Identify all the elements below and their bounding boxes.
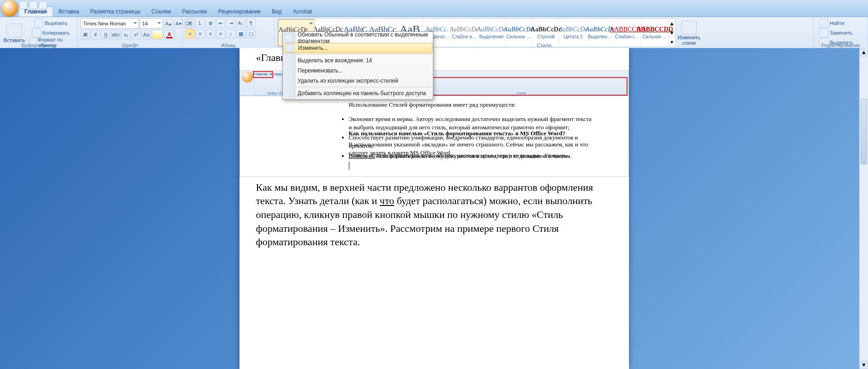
qat-save-icon[interactable] <box>19 1 28 9</box>
scroll-thumb[interactable] <box>861 99 867 164</box>
bullets-button[interactable]: • <box>186 18 195 28</box>
ribbon-tabs: ГлавнаяВставкаРазметка страницыСсылкиРас… <box>0 6 868 17</box>
group-label-paragraph: Абзац <box>183 42 274 48</box>
font-name-select[interactable]: Times New Roman <box>81 18 139 29</box>
qat-redo-icon[interactable] <box>39 1 47 9</box>
shading-button[interactable]: ▦ <box>236 29 245 38</box>
copy-button[interactable]: Копировать <box>27 28 75 37</box>
document-area: «Главная». Главная Вставка Разметка стра… <box>0 48 868 369</box>
update-icon <box>285 34 293 42</box>
style-item[interactable]: AABBCCDDСильная с… <box>641 19 669 46</box>
replace-icon <box>819 28 828 37</box>
bold-button[interactable]: Ж <box>81 30 90 39</box>
cut-button[interactable]: Вырезать <box>27 18 75 28</box>
ctx-add-qat[interactable]: Добавить коллекцию на панель быстрого до… <box>283 88 433 98</box>
tab-вид[interactable]: Вид <box>266 7 287 17</box>
tab-ссылки[interactable]: Ссылки <box>146 7 176 17</box>
line-spacing-button[interactable]: ↕ <box>226 29 235 38</box>
scroll-down-button[interactable]: ▼ <box>860 361 868 369</box>
group-label-font: Шрифт <box>78 42 182 48</box>
multilevel-button[interactable]: ≣ <box>206 18 215 28</box>
subscript-button[interactable]: x₂ <box>121 30 131 39</box>
paste-icon <box>6 24 22 37</box>
align-left-button[interactable]: ≡ <box>186 29 195 38</box>
styles-icon <box>681 21 697 35</box>
find-icon <box>819 18 828 28</box>
change-case-button[interactable]: Aa <box>142 30 151 39</box>
style-context-menu: Обновить Обычный в соответствии с выделе… <box>282 31 433 100</box>
italic-button[interactable]: К <box>91 30 100 39</box>
style-item[interactable]: AaBbCcDcСлабое в… <box>451 19 478 46</box>
highlight-button[interactable] <box>152 30 163 39</box>
style-item[interactable]: AaBbCcDcСильное … <box>505 19 533 46</box>
superscript-button[interactable]: x² <box>132 30 141 39</box>
gallery-arrow[interactable]: ▼ <box>669 28 675 37</box>
font-size-select[interactable]: 14 <box>140 18 163 29</box>
style-item[interactable]: AaBbCcDcЦитата 2 <box>560 19 587 46</box>
ctx-rename[interactable]: Переименовать... <box>283 66 433 76</box>
group-label-editing: Редактирование <box>814 42 868 48</box>
strike-button[interactable]: abc <box>111 30 120 39</box>
ctx-select-all[interactable]: Выделить все вхождения: 14 <box>283 55 433 66</box>
font-color-button[interactable]: A <box>164 30 175 39</box>
style-item[interactable]: AaBbCcDcВыделение <box>478 19 505 46</box>
grow-font-button[interactable]: A▴ <box>164 19 173 28</box>
tab-рассылки[interactable]: Рассылки <box>177 7 213 17</box>
vertical-scrollbar[interactable]: ▲ ▼ <box>859 48 868 369</box>
replace-button[interactable]: Заменить <box>817 28 855 37</box>
underline-button[interactable]: Ч <box>101 30 110 39</box>
copy-icon <box>32 28 41 37</box>
gallery-arrow[interactable]: ▲ <box>669 19 675 28</box>
scroll-up-button[interactable]: ▲ <box>860 48 868 56</box>
tab-рецензирование[interactable]: Рецензирование <box>212 7 266 17</box>
quick-access-toolbar <box>19 1 47 9</box>
sort-button[interactable]: A↓ <box>236 18 245 28</box>
titlebar <box>0 0 868 6</box>
qat-undo-icon[interactable] <box>29 1 37 9</box>
shrink-font-button[interactable]: A▾ <box>174 19 183 28</box>
outdent-button[interactable]: ⇤ <box>216 18 225 28</box>
align-center-button[interactable]: ≡ <box>196 29 205 38</box>
modify-icon <box>286 44 294 52</box>
text-cursor <box>349 162 349 170</box>
justify-button[interactable]: ≡ <box>216 29 225 38</box>
indent-button[interactable]: ⇥ <box>226 18 235 28</box>
tab-разметка страницы[interactable]: Разметка страницы <box>84 7 146 17</box>
find-button[interactable]: Найти <box>817 18 846 28</box>
scissors-icon <box>34 18 43 28</box>
group-label-clipboard: Буфер обмена <box>0 42 78 48</box>
show-marks-button[interactable]: ¶ <box>246 18 256 28</box>
ctx-update-style[interactable]: Обновить Обычный в соответствии с выделе… <box>283 33 433 43</box>
style-item[interactable]: AaBbCcDcСтрогий <box>533 19 560 46</box>
tab-вставка[interactable]: Вставка <box>53 7 85 17</box>
ctx-modify-style[interactable]: Изменить... <box>283 43 432 53</box>
borders-button[interactable]: ▢ <box>246 29 256 38</box>
numbering-button[interactable]: 1. <box>196 18 205 28</box>
tab-acrobat[interactable]: Acrobat <box>287 7 317 17</box>
office-button[interactable] <box>1 0 18 17</box>
align-right-button[interactable]: ≡ <box>206 29 215 38</box>
ctx-remove[interactable]: Удалить из коллекции экспресс-стилей <box>283 76 433 86</box>
doc-text-big: Как мы видим, в верхней части предложено… <box>239 181 629 249</box>
ribbon: Вставить Вырезать Копировать Формат по о… <box>0 17 868 49</box>
